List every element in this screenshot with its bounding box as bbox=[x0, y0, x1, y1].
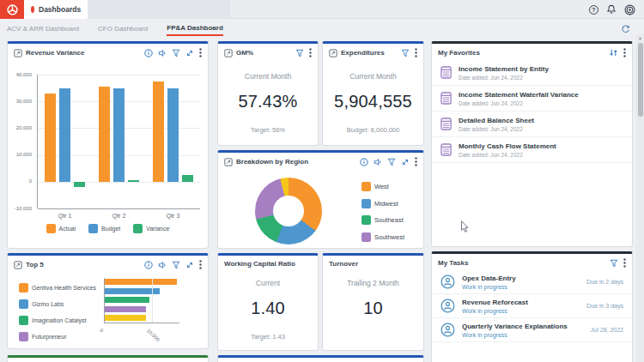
mouse-cursor bbox=[460, 220, 470, 238]
notifications-bell-icon[interactable] bbox=[606, 4, 617, 15]
task-item[interactable]: Revenue ReforecastWork in progressDue in… bbox=[432, 294, 632, 318]
legend-swatch bbox=[19, 332, 28, 341]
kebab-menu-icon[interactable] bbox=[415, 48, 417, 57]
task-item[interactable]: Opex Data-EntryWork in progressDue in 2 … bbox=[432, 270, 632, 294]
legend-item[interactable]: Gizmo Labs bbox=[19, 296, 96, 312]
favorite-title[interactable]: Detailed Balance Sheet bbox=[459, 117, 534, 124]
kpi-value: 5,904,555 bbox=[334, 92, 412, 112]
legend-item[interactable] bbox=[19, 345, 96, 349]
favorite-date: Date added: Jun 24, 2022 bbox=[459, 75, 549, 81]
bar-budget[interactable] bbox=[113, 88, 125, 182]
legend-item[interactable]: Futurpreneur bbox=[19, 329, 96, 345]
legend-item[interactable]: Actual bbox=[46, 224, 76, 233]
bar-futurpreneur[interactable] bbox=[105, 306, 146, 312]
kpi-value: 1.40 bbox=[251, 299, 285, 318]
favorite-title[interactable]: Monthly Cash Flow Statement bbox=[459, 142, 556, 150]
expand-icon[interactable] bbox=[185, 261, 194, 269]
legend-item[interactable] bbox=[361, 245, 404, 249]
favorite-item[interactable]: Monthly Cash Flow StatementDate added: J… bbox=[432, 137, 632, 163]
expand-icon[interactable] bbox=[401, 158, 410, 166]
legend-item[interactable]: Southeast bbox=[361, 212, 404, 229]
revenue-variance-chart: 40,00030,00020,00010,0000-10,000Qtr 1Qtr… bbox=[8, 62, 208, 248]
legend-item[interactable]: Gentiva Health Services bbox=[19, 280, 96, 296]
narration-speaker-icon[interactable] bbox=[158, 49, 167, 57]
kebab-menu-icon[interactable] bbox=[199, 260, 202, 269]
legend-item[interactable]: Southwest bbox=[361, 229, 404, 246]
widget-turnover: Turnover Trailing 2 Month 10 bbox=[322, 253, 424, 351]
bar-actual[interactable] bbox=[99, 87, 110, 182]
filter-icon[interactable] bbox=[295, 49, 304, 57]
task-title[interactable]: Revenue Reforecast bbox=[462, 299, 528, 306]
favorite-item[interactable]: Income Statement by EntityDate added: Ju… bbox=[432, 60, 632, 86]
widget-title: Turnover bbox=[329, 260, 358, 268]
nav-tab-cfo[interactable]: CFO Dashboard bbox=[98, 21, 148, 35]
favorite-date: Date added: Jun 24, 2022 bbox=[459, 152, 556, 158]
kebab-menu-icon[interactable] bbox=[623, 48, 626, 57]
nav-tab-fpa[interactable]: FP&A Dashboard bbox=[167, 21, 223, 36]
widget-breakdown-by-region: Breakdown by Region WestMidwestSoutheast… bbox=[217, 150, 424, 249]
brand-logo[interactable] bbox=[0, 0, 24, 19]
info-icon[interactable] bbox=[144, 261, 153, 269]
legend-item[interactable]: Variance bbox=[133, 224, 169, 233]
legend-label: Southeast bbox=[374, 216, 404, 224]
page-scrollbar[interactable]: ▲ bbox=[636, 34, 644, 362]
legend-label: Southwest bbox=[374, 233, 404, 241]
user-avatar-icon[interactable] bbox=[624, 4, 635, 15]
info-icon[interactable] bbox=[144, 49, 153, 57]
refresh-icon[interactable] bbox=[621, 22, 630, 38]
dashboards-tab-icon bbox=[31, 6, 34, 13]
favorite-title[interactable]: Income Statement Waterfall Variance bbox=[459, 91, 579, 99]
favorite-title[interactable]: Income Statement by Entity bbox=[459, 65, 549, 73]
legend-item[interactable]: West bbox=[361, 178, 404, 196]
expand-icon[interactable] bbox=[185, 49, 194, 57]
legend-label: Actual bbox=[59, 226, 76, 232]
filter-icon[interactable] bbox=[401, 49, 410, 57]
filter-icon[interactable] bbox=[610, 259, 618, 268]
bar-actual[interactable] bbox=[45, 94, 56, 182]
region-donut-chart[interactable] bbox=[255, 178, 322, 244]
widget-title: Expenditures bbox=[341, 49, 385, 57]
task-title[interactable]: Opex Data-Entry bbox=[462, 275, 516, 282]
bar-budget[interactable] bbox=[167, 88, 179, 182]
tab-dashboards[interactable]: Dashboards bbox=[24, 0, 88, 19]
bar-actual[interactable] bbox=[153, 81, 164, 182]
bar-variance[interactable] bbox=[182, 175, 193, 182]
info-icon[interactable] bbox=[360, 158, 368, 166]
legend-swatch bbox=[361, 232, 371, 242]
nav-tab-acv-arr[interactable]: ACV & ARR Dashboard bbox=[7, 21, 79, 35]
favorite-item[interactable]: Income Statement Waterfall VarianceDate … bbox=[432, 86, 632, 112]
help-icon[interactable]: ? bbox=[589, 5, 598, 15]
scrollbar-up-arrow[interactable]: ▲ bbox=[636, 35, 644, 40]
filter-icon[interactable] bbox=[387, 158, 396, 166]
kebab-menu-icon[interactable] bbox=[309, 48, 312, 57]
filter-icon[interactable] bbox=[172, 261, 180, 269]
bar-variance[interactable] bbox=[74, 182, 85, 187]
favorite-item[interactable]: Detailed Balance SheetDate added: Jun 24… bbox=[432, 112, 632, 137]
tab-strip bbox=[88, 0, 230, 19]
kebab-menu-icon[interactable] bbox=[415, 157, 417, 166]
report-doc-icon bbox=[440, 118, 452, 130]
bar-budget[interactable] bbox=[59, 88, 70, 182]
narration-speaker-icon[interactable] bbox=[158, 261, 167, 269]
legend-swatch bbox=[46, 224, 56, 233]
report-icon bbox=[224, 49, 233, 57]
scrollbar-thumb[interactable] bbox=[638, 43, 643, 117]
legend-label: Midwest bbox=[374, 200, 398, 208]
filter-icon[interactable] bbox=[172, 49, 180, 57]
legend-item[interactable]: Midwest bbox=[361, 196, 404, 213]
bar-company-5[interactable] bbox=[105, 315, 146, 321]
task-item[interactable]: Quarterly Variance ExplanationsWork in p… bbox=[432, 318, 632, 342]
kebab-menu-icon[interactable] bbox=[623, 258, 626, 268]
kpi-target: Target: 56% bbox=[251, 126, 285, 134]
kebab-menu-icon[interactable] bbox=[199, 48, 202, 57]
bar-imagination-catalyst[interactable] bbox=[105, 297, 149, 303]
bar-gentiva-health-services[interactable] bbox=[105, 279, 177, 285]
legend-item[interactable]: Imagination Catalyst bbox=[19, 312, 96, 329]
bar-variance[interactable] bbox=[128, 180, 139, 182]
sort-icon[interactable] bbox=[609, 48, 618, 57]
widget-gm-percent: GM% Current Month 57.43% Target: 56% bbox=[217, 41, 319, 146]
legend-item[interactable]: Budget bbox=[88, 224, 120, 233]
task-title[interactable]: Quarterly Variance Explanations bbox=[462, 323, 568, 330]
partial-widget-green bbox=[7, 355, 209, 362]
narration-speaker-icon[interactable] bbox=[374, 158, 382, 166]
